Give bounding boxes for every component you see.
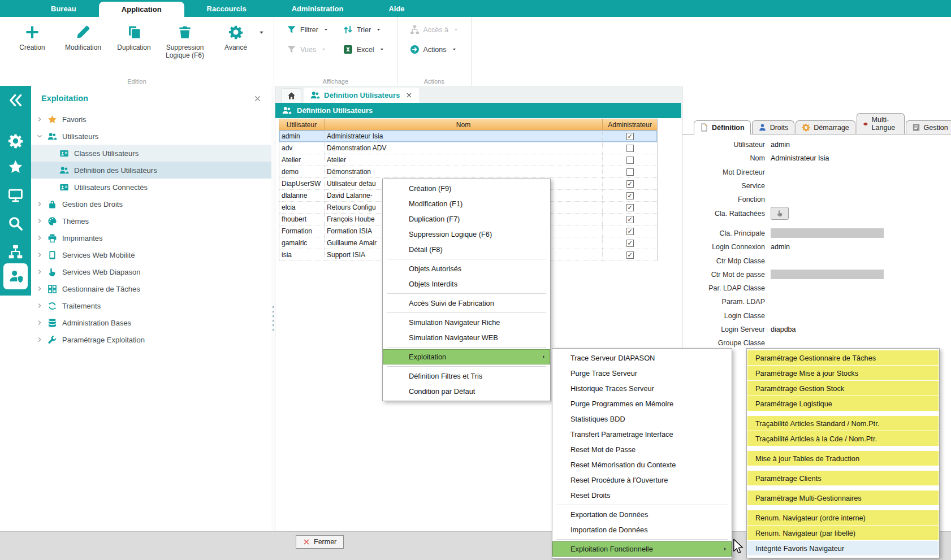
tab-definition-utilisateurs[interactable]: Définition Utilisateurs: [304, 88, 419, 103]
sidebar-item-definition-des-utilisateurs[interactable]: Définition des Utilisateurs: [31, 162, 271, 179]
menu-item-purge-trace-serveur[interactable]: Purge Trace Serveur: [552, 366, 732, 381]
tab-close-icon[interactable]: [406, 92, 412, 98]
sidebar-splitter[interactable]: [271, 86, 275, 531]
menu-item-statistiques-bdd[interactable]: Statistiques BDD: [552, 411, 732, 427]
menu-item-simulation-navigateur-web[interactable]: Simulation Navigateur WEB: [383, 330, 550, 345]
admin-checkbox[interactable]: ✓: [626, 204, 634, 211]
menu-item-parametrage-mise-a-jour-stocks[interactable]: Paramétrage Mise à jour Stocks: [747, 366, 939, 380]
sitemap-icon[interactable]: [8, 244, 23, 259]
menu-item-renum-navigateur-par-libelle[interactable]: Renum. Navigateur (par libellé): [747, 526, 939, 540]
menu-item-suppression-logique-f6[interactable]: Suppression Logique (F6): [383, 227, 550, 242]
menu-item-simulation-navigateur-riche[interactable]: Simulation Navigateur Riche: [383, 315, 550, 330]
tab-home[interactable]: [281, 88, 301, 103]
collapse-icon[interactable]: [8, 93, 23, 108]
column-header-administrateur[interactable]: Administrateur: [603, 119, 657, 130]
ribbon-button-excel[interactable]: Excel: [343, 45, 384, 54]
admin-checkbox[interactable]: [626, 157, 634, 164]
menu-item-exportation-de-donnees[interactable]: Exportation de Données: [552, 507, 732, 522]
menu-item-objets-interdits[interactable]: Objets Interdits: [383, 276, 550, 292]
menubar-item-application[interactable]: Application: [99, 2, 184, 17]
sidebar-item-themes[interactable]: Thèmes: [31, 212, 271, 229]
menu-item-creation-f9[interactable]: Création (F9): [383, 181, 550, 196]
field-picker-button[interactable]: [771, 207, 789, 220]
sidebar-item-services-web-mobilite[interactable]: Services Web Mobilité: [31, 246, 271, 263]
search-icon[interactable]: [8, 216, 23, 231]
ribbon-button-avance[interactable]: Avancé: [211, 19, 260, 52]
menu-item-integrite-favoris-navigateur[interactable]: Intégrité Favoris Navigateur: [747, 541, 939, 555]
sidebar-item-gestion-des-droits[interactable]: Gestion des Droits: [31, 196, 271, 212]
menu-item-duplication-f7[interactable]: Duplication (F7): [383, 211, 550, 227]
ribbon-button-actions[interactable]: Actions: [410, 45, 459, 54]
admin-checkbox[interactable]: ✓: [626, 192, 634, 199]
admin-checkbox[interactable]: ✓: [626, 133, 634, 140]
menu-item-parametrage-logistique[interactable]: Paramétrage Logistique: [747, 396, 939, 411]
ribbon-button-duplication[interactable]: Duplication: [110, 19, 158, 52]
menu-item-parametrage-gestionnaire-de-taches[interactable]: Paramétrage Gestionnaire de Tâches: [747, 350, 939, 365]
menu-item-objets-autorises[interactable]: Objets Autorisés: [383, 261, 550, 276]
sidebar-item-favoris[interactable]: Favoris: [31, 111, 271, 128]
menu-item-exploitation[interactable]: Exploitation: [383, 349, 550, 364]
admin-checkbox[interactable]: ✓: [626, 180, 634, 188]
menu-item-trace-serveur-diapason[interactable]: Trace Serveur DIAPASON: [552, 350, 732, 366]
sidebar-item-gestionnaire-de-taches[interactable]: Gestionnaire de Tâches: [31, 280, 271, 297]
admin-checkbox[interactable]: [626, 145, 634, 152]
menu-item-definition-filtres-et-tris[interactable]: Définition Filtres et Tris: [383, 368, 550, 384]
table-row-adv[interactable]: advDémonstration ADV: [279, 142, 657, 154]
menu-item-reset-memorisation-du-contexte[interactable]: Reset Mémorisation du Contexte: [552, 457, 732, 472]
admin-checkbox[interactable]: ✓: [626, 216, 634, 223]
menubar-item-aide[interactable]: Aide: [366, 0, 427, 17]
menu-item-historique-traces-serveur[interactable]: Historique Traces Serveur: [552, 381, 732, 396]
admin-checkbox[interactable]: [626, 168, 634, 176]
menu-item-tracabilite-articles-a-la-cde-nom-ptr[interactable]: Traçabilité Articles à la Cde / Nom.Ptr.: [747, 431, 939, 446]
menu-item-exploitation-fonctionnelle[interactable]: Exploitation Fonctionnelle: [552, 541, 732, 557]
detail-tab-definition[interactable]: Définition: [694, 120, 751, 134]
star-icon[interactable]: [8, 159, 23, 175]
menu-item-reset-procedure-a-l-ouverture[interactable]: Reset Procédure à l'Ouverture: [552, 472, 732, 488]
detail-tab-droits[interactable]: Droits: [752, 120, 795, 134]
admin-checkbox[interactable]: ✓: [626, 251, 634, 259]
menu-item-reset-mot-de-passe[interactable]: Reset Mot de Passe: [552, 442, 732, 457]
gear-icon[interactable]: [8, 133, 23, 149]
sidebar-item-utilisateurs-connectes[interactable]: Utilisateurs Connectés: [31, 179, 271, 196]
rail-item-active[interactable]: [3, 263, 28, 289]
menu-item-transfert-parametrage-interface[interactable]: Transfert Parametrage Interface: [552, 427, 732, 442]
column-header-utilisateur[interactable]: Utilisateur: [279, 119, 325, 130]
menubar-item-administration[interactable]: Administration: [269, 0, 366, 17]
sidebar-item-services-web-diapason[interactable]: Services Web Diapason: [31, 263, 271, 280]
sidebar-item-traitements[interactable]: Traitements: [31, 297, 271, 314]
menu-item-modification-f1[interactable]: Modification (F1): [383, 196, 550, 211]
menu-item-tracabilite-articles-standard-nom-ptr[interactable]: Traçabilité Articles Standard / Nom.Ptr.: [747, 416, 939, 431]
table-row-atelier[interactable]: AtelierAtelier: [279, 154, 657, 166]
menu-item-reset-droits[interactable]: Reset Droits: [552, 488, 732, 503]
ribbon-button-creation[interactable]: Création: [8, 19, 57, 52]
sidebar-item-parametrage-exploitation[interactable]: Paramétrage Exploitation: [31, 331, 271, 348]
sidebar-item-classes-utilisateurs[interactable]: Classes Utilisateurs: [31, 145, 271, 162]
sidebar-item-imprimantes[interactable]: Imprimantes: [31, 229, 271, 246]
detail-tab-multi-langue[interactable]: Multi-Langue: [857, 113, 905, 134]
detail-tab-gestion[interactable]: Gestion: [906, 120, 951, 134]
menu-item-purge-programmes-en-memoire[interactable]: Purge Programmes en Mémoire: [552, 396, 732, 411]
sidebar-item-utilisateurs[interactable]: Utilisateurs: [31, 128, 271, 145]
sidebar-close-icon[interactable]: [254, 95, 261, 102]
menu-item-parametrage-multi-gestionnaires[interactable]: Paramétrage Multi-Gestionnaires: [747, 490, 939, 505]
detail-tab-demarrage[interactable]: Démarrage: [796, 120, 855, 134]
monitor-icon[interactable]: [8, 188, 23, 203]
column-header-nom[interactable]: Nom: [325, 119, 603, 130]
ribbon-button-modification[interactable]: Modification: [59, 19, 107, 52]
ribbon-button-filtrer[interactable]: Filtrer: [287, 25, 328, 34]
menubar-item-bureau[interactable]: Bureau: [28, 0, 99, 17]
admin-checkbox[interactable]: ✓: [626, 228, 634, 235]
menu-item-parametrage-gestion-stock[interactable]: Paramétrage Gestion Stock: [747, 381, 939, 396]
menu-item-parametrage-clients[interactable]: Paramétrage Clients: [747, 471, 939, 485]
menu-item-renum-navigateur-ordre-interne[interactable]: Renum. Navigateur (ordre interne): [747, 510, 939, 525]
admin-checkbox[interactable]: ✓: [626, 240, 634, 247]
menu-item-mise-a-jour-tables-de-traduction[interactable]: Mise à jour Tables de Traduction: [747, 451, 939, 466]
ribbon-button-suppression-logique-f6[interactable]: Suppression Logique (F6): [161, 19, 209, 60]
menu-item-importation-de-donnees[interactable]: Importation de Données: [552, 522, 732, 537]
ribbon-button-trier[interactable]: Trier: [343, 25, 384, 34]
menu-item-detail-f8[interactable]: Détail (F8): [383, 242, 550, 257]
table-row-demo[interactable]: demoDémonstration: [279, 166, 657, 178]
menu-item-acces-suivi-de-fabrication[interactable]: Accès Suivi de Fabrication: [383, 296, 550, 311]
menu-item-condition-par-defaut[interactable]: Condition par Défaut: [383, 384, 550, 399]
sidebar-item-administration-bases[interactable]: Administration Bases: [31, 314, 271, 331]
